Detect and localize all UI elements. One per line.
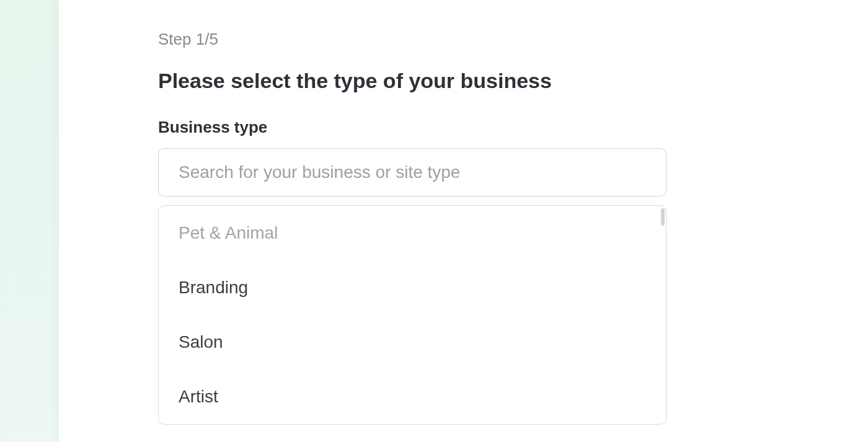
form-content: Step 1/5 Please select the type of your … [59, 0, 767, 425]
dropdown-scrollbar[interactable] [661, 208, 665, 226]
step-indicator: Step 1/5 [158, 30, 668, 49]
left-gradient-background [0, 0, 59, 442]
dropdown-option-pet-animal[interactable]: Pet & Animal [159, 206, 666, 260]
main-panel: Step 1/5 Please select the type of your … [59, 0, 767, 442]
dropdown-option-artist[interactable]: Artist [159, 369, 666, 424]
page-title: Please select the type of your business [158, 69, 668, 93]
business-type-search-input[interactable] [158, 148, 666, 197]
business-type-dropdown: Pet & Animal Branding Salon Artist [158, 205, 666, 425]
dropdown-option-salon[interactable]: Salon [159, 315, 666, 369]
right-background-area [767, 0, 868, 442]
business-type-label: Business type [158, 118, 668, 137]
dropdown-option-branding[interactable]: Branding [159, 260, 666, 315]
